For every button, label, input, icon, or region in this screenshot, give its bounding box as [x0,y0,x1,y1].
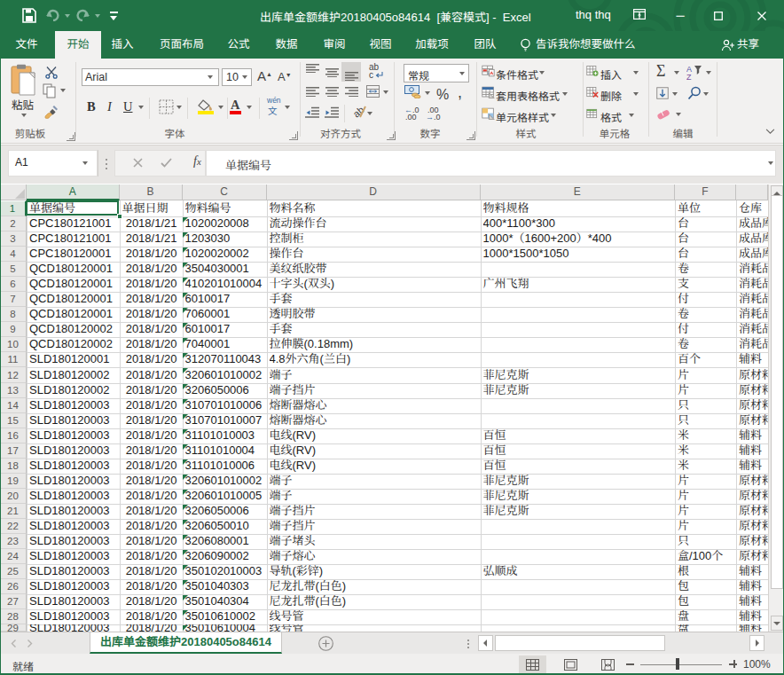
svg-text:Z: Z [686,73,692,81]
